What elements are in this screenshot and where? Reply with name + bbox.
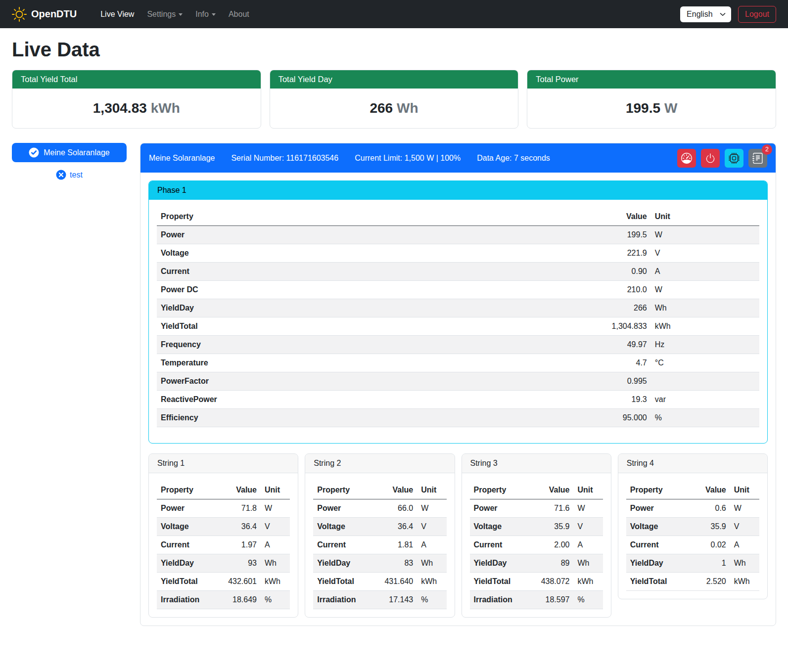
row-property: PowerFactor	[157, 372, 543, 391]
row-property: YieldTotal	[313, 573, 374, 591]
row-property: Voltage	[470, 518, 531, 536]
row-value: 199.5	[543, 226, 651, 244]
row-value: 4.7	[543, 354, 651, 372]
row-property: YieldTotal	[157, 317, 543, 336]
row-property: Current	[626, 536, 688, 554]
table-row: Power0.6W	[626, 499, 759, 518]
col-unit: Unit	[417, 481, 446, 499]
power-settings-button[interactable]	[701, 149, 720, 168]
logout-button[interactable]: Logout	[738, 6, 776, 23]
row-unit: W	[261, 499, 290, 518]
row-value: 431.640	[374, 573, 417, 591]
nav-item-live-view[interactable]: Live View	[100, 6, 134, 23]
power-icon	[705, 153, 716, 164]
summary-unit: W	[664, 100, 677, 116]
row-property: Voltage	[626, 518, 688, 536]
table-header-row: Property Value Unit	[313, 481, 446, 499]
string-panel-title: String 1	[149, 454, 298, 473]
string-panel-3: String 3 Property Value Unit	[462, 453, 611, 618]
journal-text-icon	[752, 153, 763, 164]
row-unit: Wh	[417, 554, 446, 573]
device-info-button[interactable]	[725, 149, 743, 168]
row-unit: A	[730, 536, 759, 554]
row-value: 83	[374, 554, 417, 573]
row-value: 221.9	[543, 244, 651, 263]
row-property: YieldDay	[157, 299, 543, 317]
row-unit: A	[574, 536, 603, 554]
cpu-icon	[729, 153, 740, 164]
summary-card-total-power: Total Power 199.5W	[527, 70, 776, 129]
row-unit: A	[417, 536, 446, 554]
row-unit: V	[574, 518, 603, 536]
row-unit: %	[651, 409, 759, 427]
row-property: Power	[157, 499, 218, 518]
language-select[interactable]: English	[680, 6, 731, 22]
table-row: YieldDay1Wh	[626, 554, 759, 573]
table-row: YieldTotal438.072kWh	[470, 573, 603, 591]
table-row: Current0.02A	[626, 536, 759, 554]
row-unit: W	[574, 499, 603, 518]
event-log-button[interactable]: 2	[748, 149, 767, 168]
table-header-row: Property Value Unit	[157, 208, 759, 226]
row-property: YieldTotal	[157, 573, 218, 591]
row-property: YieldDay	[313, 554, 374, 573]
row-unit: Wh	[261, 554, 290, 573]
caret-down-icon	[212, 13, 216, 16]
row-unit: Wh	[730, 554, 759, 573]
row-value: 35.9	[688, 518, 730, 536]
row-value: 36.4	[374, 518, 417, 536]
table-row: Voltage35.9V	[626, 518, 759, 536]
brand-label: OpenDTU	[31, 8, 77, 20]
row-unit: W	[417, 499, 446, 518]
nav-item-settings[interactable]: Settings	[147, 6, 183, 23]
col-property: Property	[470, 481, 531, 499]
col-property: Property	[157, 208, 543, 226]
row-property: YieldDay	[470, 554, 531, 573]
row-value: 0.6	[688, 499, 730, 518]
limit-settings-button[interactable]	[677, 149, 696, 168]
row-property: Power	[313, 499, 374, 518]
navbar-right: English Logout	[680, 6, 776, 23]
row-property: Voltage	[157, 518, 218, 536]
summary-card-total-yield-total: Total Yield Total 1,304.83kWh	[12, 70, 261, 129]
row-value: 1,304.833	[543, 317, 651, 336]
navbar: OpenDTU Live View Settings Info About En…	[0, 0, 788, 28]
inverter-select-label: Meine Solaranlage	[44, 148, 109, 157]
summary-row: Total Yield Total 1,304.83kWh Total Yiel…	[12, 70, 776, 129]
brand-link[interactable]: OpenDTU	[12, 7, 77, 22]
summary-value: 1,304.83	[93, 100, 147, 116]
row-property: Voltage	[313, 518, 374, 536]
inverter-select-button[interactable]: Meine Solaranlage	[12, 143, 127, 162]
strings-row: String 1 Property Value Unit	[148, 453, 768, 618]
row-value: 210.0	[543, 281, 651, 299]
row-value: 71.8	[218, 499, 261, 518]
table-row: Irradiation17.143%	[313, 591, 446, 609]
language-selected-value: English	[687, 10, 712, 19]
col-value: Value	[688, 481, 730, 499]
phase-panel-title: Phase 1	[149, 181, 767, 200]
nav-item-info[interactable]: Info	[195, 6, 216, 23]
row-value: 89	[531, 554, 573, 573]
col-value: Value	[531, 481, 573, 499]
row-value: 432.601	[218, 573, 261, 591]
nav-item-about[interactable]: About	[229, 6, 249, 23]
row-unit: A	[651, 263, 759, 281]
row-unit: W	[730, 499, 759, 518]
inverter-item-test[interactable]: test	[12, 170, 127, 180]
string-panel-title: String 3	[462, 454, 611, 473]
event-count-badge: 2	[762, 144, 772, 155]
summary-card-title: Total Power	[527, 70, 776, 89]
table-row: YieldDay266Wh	[157, 299, 759, 317]
row-unit: kWh	[730, 573, 759, 591]
col-value: Value	[543, 208, 651, 226]
nav-links: Live View Settings Info About	[88, 6, 249, 23]
inverter-item-label: test	[70, 171, 83, 179]
row-value: 1.81	[374, 536, 417, 554]
summary-card-title: Total Yield Day	[270, 70, 518, 89]
row-property: Voltage	[157, 244, 543, 263]
table-row: Power71.8W	[157, 499, 290, 518]
col-property: Property	[626, 481, 688, 499]
row-property: Current	[157, 536, 218, 554]
string-panel-4: String 4 Property Value Unit	[618, 453, 768, 599]
row-value: 438.072	[531, 573, 573, 591]
